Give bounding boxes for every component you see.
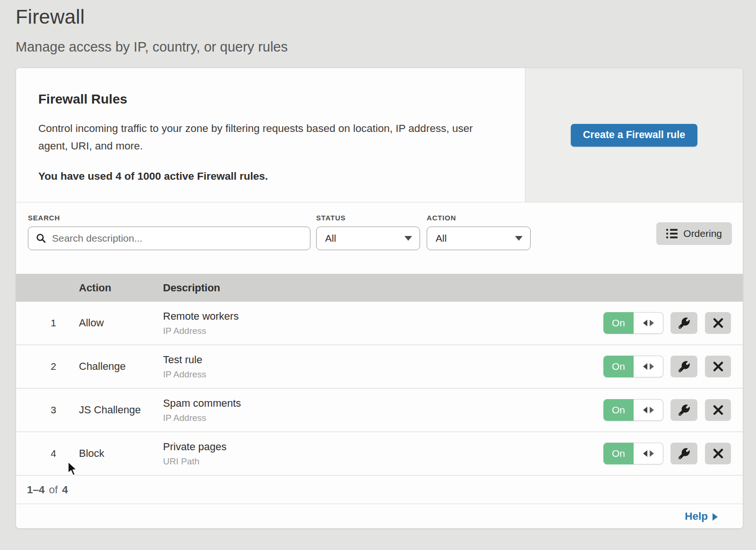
rule-description: Test rule <box>163 354 603 366</box>
ordering-button-label: Ordering <box>683 228 722 239</box>
delete-rule-button[interactable] <box>705 443 731 464</box>
rule-controls: On <box>603 356 743 377</box>
x-icon <box>713 405 723 415</box>
delete-rule-button[interactable] <box>705 312 731 334</box>
wrench-icon <box>679 317 690 329</box>
x-icon <box>713 361 723 372</box>
help-link[interactable]: Help <box>685 510 718 523</box>
pagination-range: 1–4 <box>27 484 45 496</box>
section-description: Control incoming traffic to your zone by… <box>38 120 492 155</box>
toggle-on-label: On <box>603 443 634 464</box>
table-row: 3 JS Challenge Spam comments IP Address … <box>16 389 743 432</box>
edit-rule-button[interactable] <box>670 399 697 421</box>
edit-rule-button[interactable] <box>670 356 697 377</box>
action-label: ACTION <box>427 214 537 222</box>
table-header-row: Action Description <box>16 274 743 302</box>
column-header-description: Description <box>163 282 743 294</box>
rule-description-cell: Test rule IP Address <box>163 354 603 380</box>
pagination-of: of <box>49 484 58 496</box>
column-header-action: Action <box>79 282 163 294</box>
firewall-rules-card: Firewall Rules Control incoming traffic … <box>16 68 743 529</box>
delete-rule-button[interactable] <box>705 356 731 377</box>
rule-controls: On <box>603 312 743 334</box>
search-input[interactable] <box>52 233 302 244</box>
rule-priority: 3 <box>16 404 79 416</box>
search-icon <box>36 233 46 244</box>
action-select[interactable]: All <box>427 227 531 250</box>
x-icon <box>713 448 723 459</box>
search-field-group: SEARCH <box>28 210 316 250</box>
action-field-group: ACTION All <box>427 210 537 250</box>
rule-description-cell: Private pages URI Path <box>163 441 603 467</box>
left-right-arrows-icon[interactable] <box>634 443 663 464</box>
rule-match-type: IP Address <box>163 326 603 336</box>
edit-rule-button[interactable] <box>670 443 697 464</box>
toggle-on-label: On <box>603 399 634 421</box>
status-selected-value: All <box>325 233 336 244</box>
pagination: 1–4 of 4 <box>16 476 743 504</box>
table-row: 4 Block Private pages URI Path On <box>16 432 743 476</box>
overview-action-panel: Create a Firewall rule <box>525 68 743 202</box>
left-right-arrows-icon[interactable] <box>634 356 663 377</box>
rule-action: Challenge <box>79 360 163 373</box>
toggle-on-label: On <box>603 356 634 377</box>
status-select[interactable]: All <box>316 227 420 250</box>
rule-description: Spam comments <box>163 397 603 410</box>
overview-text: Firewall Rules Control incoming traffic … <box>16 68 525 202</box>
ordering-button[interactable]: Ordering <box>656 222 732 245</box>
filters-bar: SEARCH STATUS All ACTION All <box>16 202 743 274</box>
rule-controls: On <box>603 399 743 421</box>
pagination-total: 4 <box>62 484 68 496</box>
rule-enabled-toggle[interactable]: On <box>603 312 663 334</box>
toggle-on-label: On <box>603 312 634 334</box>
x-icon <box>713 318 723 328</box>
wrench-icon <box>679 448 690 459</box>
help-row: Help <box>16 504 743 528</box>
rule-enabled-toggle[interactable]: On <box>603 443 663 464</box>
rules-list: 1 Allow Remote workers IP Address On <box>16 302 743 476</box>
page-title: Firewall <box>16 6 756 28</box>
ordered-list-icon <box>666 229 678 238</box>
search-box[interactable] <box>28 227 310 250</box>
usage-summary: You have used 4 of 1000 active Firewall … <box>38 170 497 183</box>
table-row: 2 Challenge Test rule IP Address On <box>16 345 743 389</box>
rule-match-type: URI Path <box>163 456 603 467</box>
rule-controls: On <box>603 443 743 464</box>
section-heading: Firewall Rules <box>38 92 497 107</box>
rule-priority: 4 <box>16 448 79 459</box>
chevron-down-icon <box>404 236 412 241</box>
page-header: Firewall Manage access by IP, country, o… <box>0 0 756 55</box>
rule-priority: 2 <box>16 361 79 372</box>
left-right-arrows-icon[interactable] <box>634 312 663 334</box>
create-firewall-rule-button[interactable]: Create a Firewall rule <box>571 124 697 147</box>
rule-description: Remote workers <box>163 310 603 323</box>
status-label: STATUS <box>316 214 427 222</box>
rule-description-cell: Spam comments IP Address <box>163 397 603 423</box>
caret-right-icon <box>713 513 718 521</box>
page-subtitle: Manage access by IP, country, or query r… <box>16 39 756 55</box>
search-label: SEARCH <box>28 214 316 222</box>
table-row: 1 Allow Remote workers IP Address On <box>16 302 743 345</box>
left-right-arrows-icon[interactable] <box>634 399 663 421</box>
overview-section: Firewall Rules Control incoming traffic … <box>16 68 743 202</box>
delete-rule-button[interactable] <box>705 399 731 421</box>
rule-match-type: IP Address <box>163 369 603 380</box>
edit-rule-button[interactable] <box>670 312 697 334</box>
wrench-icon <box>679 404 690 416</box>
wrench-icon <box>679 361 690 372</box>
rule-action: Allow <box>79 317 163 329</box>
status-field-group: STATUS All <box>316 210 427 250</box>
rule-action: Block <box>79 447 163 460</box>
rule-action: JS Challenge <box>79 404 163 416</box>
rule-description: Private pages <box>163 441 603 453</box>
action-selected-value: All <box>436 233 447 244</box>
rule-match-type: IP Address <box>163 413 603 423</box>
rule-enabled-toggle[interactable]: On <box>603 399 663 421</box>
rule-description-cell: Remote workers IP Address <box>163 310 603 336</box>
chevron-down-icon <box>515 236 523 241</box>
rule-priority: 1 <box>16 317 79 329</box>
help-link-label: Help <box>685 510 708 523</box>
rule-enabled-toggle[interactable]: On <box>603 356 663 377</box>
